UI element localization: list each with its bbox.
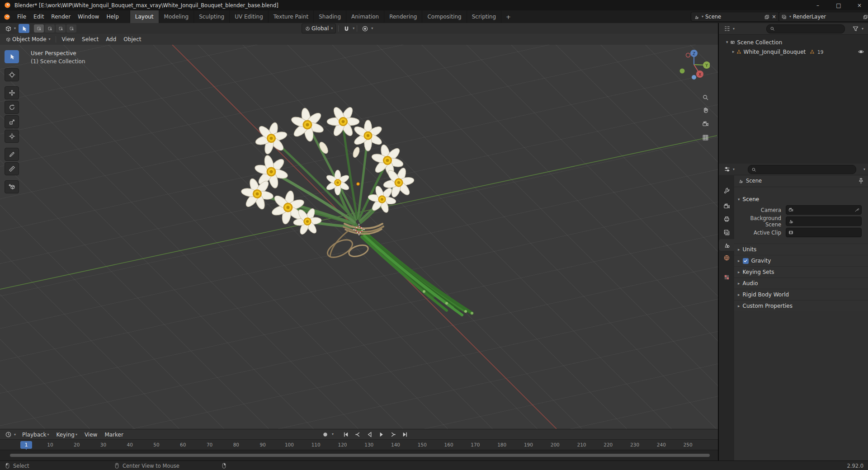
cursor-tool-button[interactable] — [5, 68, 19, 81]
menu-help[interactable]: Help — [103, 10, 122, 23]
outliner-filter-button[interactable]: ▾ — [849, 24, 866, 33]
properties-tab-world[interactable] — [719, 252, 734, 263]
mode-dropdown[interactable]: Object Mode ▾ — [3, 35, 53, 44]
expand-icon[interactable]: ▸ — [732, 50, 735, 54]
scale-tool-button[interactable] — [5, 115, 19, 128]
add-cube-tool-button[interactable] — [5, 180, 19, 193]
proportional-options-chevron[interactable]: ▾ — [371, 27, 373, 30]
timeline-editor-type-button[interactable]: ▾ — [2, 430, 19, 439]
transform-orientation-dropdown[interactable]: Global ▾ — [302, 24, 336, 33]
next-keyframe-button[interactable] — [387, 430, 399, 439]
properties-search-input[interactable] — [748, 165, 856, 174]
navigation-gizmo[interactable]: Z Y X — [678, 48, 710, 80]
menu-file[interactable]: File — [14, 10, 30, 23]
select-box-tool-button[interactable] — [5, 50, 19, 63]
panel-expand-icon[interactable]: ▸ — [738, 304, 740, 308]
menu-edit[interactable]: Edit — [30, 10, 47, 23]
properties-editor-type-button[interactable]: ▾ — [721, 165, 737, 174]
visibility-eye-icon[interactable] — [857, 48, 864, 56]
workspace-tab-scripting[interactable]: Scripting — [467, 10, 501, 23]
active-clip-field[interactable] — [786, 228, 862, 237]
properties-tab-scene[interactable] — [719, 239, 734, 251]
workspace-tab-modeling[interactable]: Modeling — [159, 10, 194, 23]
camera-view-button[interactable] — [700, 118, 711, 129]
properties-filter-chevron[interactable]: ▾ — [863, 168, 865, 171]
workspace-tab-animation[interactable]: Animation — [346, 10, 384, 23]
panel-expand-icon[interactable]: ▸ — [738, 282, 740, 286]
pan-button[interactable] — [700, 104, 711, 115]
camera-field[interactable] — [786, 205, 862, 215]
properties-tab-render[interactable] — [719, 200, 734, 212]
add-workspace-button[interactable]: + — [501, 10, 515, 23]
panel-expand-icon[interactable]: ▸ — [738, 293, 740, 297]
select-mode-invert-button[interactable] — [66, 24, 76, 33]
select-mode-subtract-button[interactable] — [56, 24, 66, 33]
timeline-ruler[interactable]: 1020304050607080901001101201301401501601… — [0, 439, 718, 450]
workspace-tab-shading[interactable]: Shading — [314, 10, 346, 23]
expand-icon[interactable]: ▾ — [726, 40, 728, 44]
select-mode-set-button[interactable] — [34, 24, 44, 33]
move-tool-button[interactable] — [5, 86, 19, 99]
workspace-tab-layout[interactable]: Layout — [130, 10, 159, 23]
eyedropper-icon[interactable] — [854, 207, 859, 213]
panel-expand-icon[interactable]: ▸ — [738, 248, 740, 252]
unlink-scene-icon[interactable]: × — [771, 14, 777, 19]
snap-toggle-button[interactable] — [341, 24, 352, 33]
panel-keying-sets[interactable]: ▸Keying Sets — [734, 266, 868, 277]
timeline-menu-view[interactable]: View — [81, 429, 101, 440]
workspace-tab-sculpting[interactable]: Sculpting — [194, 10, 230, 23]
viewport-menu-object[interactable]: Object — [120, 34, 145, 45]
outliner-row-scene-collection[interactable]: ▾ Scene Collection — [719, 38, 868, 47]
panel-expand-icon[interactable]: ▸ — [738, 270, 740, 274]
panel-expand-icon[interactable]: ▸ — [738, 259, 740, 263]
app-menu-button[interactable] — [0, 10, 14, 23]
panel-custom-properties[interactable]: ▸Custom Properties — [734, 300, 868, 311]
outliner-row-object[interactable]: ▸ White_Jonquil_Bouquet 19 — [719, 47, 868, 56]
select-mode-extend-button[interactable] — [45, 24, 55, 33]
proportional-edit-button[interactable] — [359, 24, 370, 33]
new-view-layer-icon[interactable] — [863, 14, 868, 19]
zoom-button[interactable] — [700, 92, 711, 103]
gravity-checkbox[interactable] — [743, 258, 749, 264]
scene-panel-header[interactable]: ▾ Scene — [734, 194, 868, 204]
properties-tab-texture[interactable] — [719, 271, 734, 283]
timeline-menu-keying[interactable]: Keying▾ — [53, 429, 81, 440]
panel-audio[interactable]: ▸Audio — [734, 277, 868, 289]
auto-keying-button[interactable] — [319, 430, 331, 439]
outliner-search-input[interactable] — [766, 24, 845, 33]
jump-to-end-button[interactable] — [399, 430, 410, 439]
viewport-menu-add[interactable]: Add — [102, 34, 120, 45]
properties-tab-output[interactable] — [719, 213, 734, 225]
measure-tool-button[interactable] — [5, 162, 19, 175]
snap-options-chevron[interactable]: ▾ — [353, 27, 354, 30]
workspace-tab-uv-editing[interactable]: UV Editing — [230, 10, 269, 23]
properties-tab-view-layer[interactable] — [719, 226, 734, 238]
scene-selector[interactable]: ▾ Scene × — [691, 12, 779, 22]
workspace-tab-texture-paint[interactable]: Texture Paint — [269, 10, 314, 23]
background-scene-field[interactable] — [786, 216, 862, 226]
workspace-tab-rendering[interactable]: Rendering — [384, 10, 422, 23]
workspace-tab-compositing[interactable]: Compositing — [422, 10, 467, 23]
viewport-menu-select[interactable]: Select — [78, 34, 102, 45]
view-layer-selector[interactable]: ▾ RenderLayer — [778, 12, 868, 22]
transform-tool-button[interactable] — [5, 130, 19, 143]
menu-window[interactable]: Window — [74, 10, 103, 23]
properties-tab-tool[interactable] — [719, 184, 734, 196]
rotate-tool-button[interactable] — [5, 101, 19, 114]
play-reverse-button[interactable] — [363, 430, 375, 439]
play-button[interactable] — [375, 430, 387, 439]
close-button[interactable]: × — [847, 0, 868, 10]
maximize-button[interactable]: □ — [826, 0, 847, 10]
timeline-scrollbar[interactable] — [10, 454, 710, 457]
timeline-menu-marker[interactable]: Marker — [101, 429, 127, 440]
panel-rigid-body-world[interactable]: ▸Rigid Body World — [734, 289, 868, 300]
timeline-menu-playback[interactable]: Playback▾ — [19, 429, 53, 440]
prev-keyframe-button[interactable] — [352, 430, 363, 439]
jump-to-start-button[interactable] — [340, 430, 352, 439]
minimize-button[interactable]: – — [806, 0, 826, 10]
active-tool-button[interactable] — [19, 24, 29, 33]
panel-units[interactable]: ▸Units — [734, 244, 868, 255]
ortho-toggle-button[interactable] — [700, 132, 711, 143]
menu-render[interactable]: Render — [47, 10, 74, 23]
annotate-tool-button[interactable] — [5, 148, 19, 161]
